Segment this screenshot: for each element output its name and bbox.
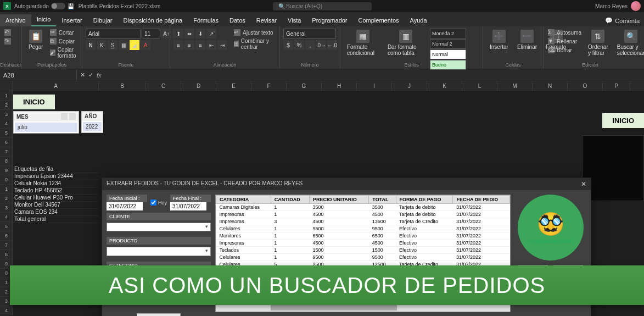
table-row[interactable]: Celulares195009500Efectivo31/07/2022 — [216, 254, 510, 261]
tab-revisar[interactable]: Revisar — [251, 14, 282, 26]
dec-decimal[interactable]: ←.0 — [327, 40, 337, 50]
file-name: Plantilla Pedidos Excel 2022.xlsm — [79, 3, 161, 9]
select-all-corner[interactable] — [0, 81, 13, 91]
close-icon[interactable]: ✕ — [581, 180, 586, 188]
confirm-fx-icon[interactable]: ✓ — [88, 71, 93, 79]
table-row[interactable]: Impresoras145004500Tarjeta de debito31/0… — [216, 211, 510, 218]
clear[interactable]: ⌫Borrar — [547, 46, 583, 54]
align-center[interactable]: ≡ — [184, 40, 194, 50]
fecha-final-input[interactable]: 31/07/2022 — [170, 202, 206, 210]
border-button[interactable]: ▦ — [119, 40, 128, 50]
conditional-format[interactable]: ▦Formato condicional — [344, 29, 382, 57]
table-row[interactable]: Impresoras3450013500Tarjeta de Credito31… — [216, 218, 510, 225]
orientation[interactable]: ↗ — [206, 29, 216, 38]
name-box[interactable]: A28 — [0, 69, 77, 81]
comma-button[interactable]: , — [305, 40, 315, 50]
paste-button[interactable]: 📋Pegar — [25, 29, 47, 51]
slicer-ano[interactable]: AÑO 2022 — [81, 111, 103, 133]
producto-combo[interactable] — [107, 247, 211, 256]
currency-button[interactable]: $ — [283, 40, 293, 50]
fill[interactable]: ▼Rellenar — [547, 37, 583, 45]
autosave-label: Autoguardado — [14, 3, 49, 9]
insert-cells[interactable]: ➕Insertar — [486, 29, 512, 51]
table-row[interactable]: Teclados115001500Efectivo31/07/2022 — [216, 247, 510, 254]
percent-button[interactable]: % — [294, 40, 304, 50]
undo-button[interactable]: ↶ — [3, 29, 12, 36]
formula-bar: A28 ✕ ✓ fx — [0, 69, 644, 81]
pivot-row: Celualr Nokia 1234 — [13, 180, 98, 187]
align-top[interactable]: ⬆ — [173, 29, 183, 38]
autosave-toggle[interactable] — [51, 3, 65, 9]
clear-filter-icon[interactable] — [69, 113, 76, 120]
table-row[interactable]: Celulares195009500Efectivo31/07/2022 — [216, 225, 510, 232]
tab-datos[interactable]: Datos — [224, 14, 251, 26]
search-input[interactable]: 🔍 Buscar (Alt+Q) — [273, 2, 372, 10]
ribbon: ↶ ↷ Deshacer 📋Pegar ✂Cortar ⧉Copiar 🖌Cop… — [0, 26, 644, 69]
pivot-row: Total general — [13, 216, 98, 223]
borrar-filtros-button[interactable]: Borrar Filtros — [137, 313, 181, 316]
align-right[interactable]: ≡ — [195, 40, 205, 50]
slicer-ano-item[interactable]: 2022 — [83, 122, 102, 131]
table-row[interactable]: Camaras Digitales135003500Tarjeta de deb… — [216, 204, 510, 211]
tab-programador[interactable]: Programador — [306, 14, 352, 26]
tab-insertar[interactable]: Insertar — [56, 14, 87, 26]
tab-complementos[interactable]: Complementos — [353, 14, 405, 26]
tab-formulas[interactable]: Fórmulas — [188, 14, 224, 26]
user-name: Marco Reyes — [595, 3, 628, 9]
indent-inc[interactable]: ⇥ — [217, 40, 227, 50]
pivot-row: Impresora Epson 23444 — [13, 173, 98, 180]
pivot-row: Camara EOS 234 — [13, 209, 98, 216]
fx-icon[interactable]: fx — [97, 72, 102, 79]
results-hscrollbar[interactable] — [215, 304, 511, 312]
tab-inicio[interactable]: Inicio — [31, 13, 57, 26]
bold-button[interactable]: N — [86, 40, 96, 50]
underline-button[interactable]: S — [108, 40, 117, 50]
font-name-combo[interactable]: Arial — [86, 29, 141, 38]
tab-file[interactable]: Archivo — [0, 14, 31, 26]
pivot-table: Etiquetas de filaImpresora Epson 23444Ce… — [13, 166, 98, 223]
format-as-table[interactable]: ▥Dar formato como tabla — [384, 29, 428, 57]
font-color[interactable]: A — [141, 40, 150, 50]
title-bar: X Autoguardado 💾 Plantilla Pedidos Excel… — [0, 0, 644, 12]
pivot-row: Etiquetas de fila — [13, 166, 98, 173]
format-painter[interactable]: 🖌Copiar formato — [49, 46, 79, 59]
avatar[interactable] — [631, 1, 641, 11]
align-bottom[interactable]: ⬇ — [195, 29, 205, 38]
slicer-mes-item[interactable]: julio — [15, 123, 77, 132]
tab-vista[interactable]: Vista — [282, 14, 306, 26]
cut-button[interactable]: ✂Cortar — [49, 29, 79, 36]
table-row[interactable]: Impresoras145004500Efectivo31/07/2022 — [216, 240, 510, 247]
autosum[interactable]: ΣAutosuma — [547, 29, 583, 36]
tab-disposicion[interactable]: Disposición de página — [118, 14, 188, 26]
find-select[interactable]: 🔍Buscar y seleccionar — [614, 29, 644, 57]
redo-button[interactable]: ↷ — [3, 37, 12, 45]
pivot-row: Teclado HP 456852 — [13, 187, 98, 195]
wrap-text[interactable]: ↵Ajustar texto — [233, 29, 276, 36]
comments-button[interactable]: 💬 Comenta — [601, 15, 644, 26]
sheet-inicio-label-right: INICIO — [602, 113, 644, 128]
merge-center[interactable]: ⊞Combinar y centrar — [233, 37, 276, 51]
italic-button[interactable]: K — [97, 40, 107, 50]
cliente-combo[interactable] — [107, 223, 211, 231]
tab-dibujar[interactable]: Dibujar — [88, 14, 118, 26]
table-row[interactable]: Monitores165006500Efectivo31/07/2022 — [216, 232, 510, 240]
hoy-checkbox[interactable]: Hoy — [150, 199, 167, 206]
tab-ayuda[interactable]: Ayuda — [405, 14, 433, 26]
indent-dec[interactable]: ⇤ — [206, 40, 216, 50]
dialog-title: EXTRAER PEDIDOS - TU GODIN DE EXCEL - CR… — [107, 180, 303, 188]
copy-button[interactable]: ⧉Copiar — [49, 37, 79, 45]
delete-cells[interactable]: ➖Eliminar — [514, 29, 540, 51]
cancel-fx-icon[interactable]: ✕ — [80, 71, 85, 79]
pivot-row: Monitor Dell 34567 — [13, 202, 98, 209]
font-size-combo[interactable]: 11 — [142, 29, 160, 38]
save-icon[interactable]: 💾 — [68, 3, 74, 9]
align-middle[interactable]: ⬌ — [184, 29, 194, 38]
fill-color[interactable]: ◢ — [130, 40, 139, 50]
fecha-inicial-input[interactable]: 31/07/2022 — [107, 202, 143, 210]
align-left[interactable]: ≡ — [173, 40, 183, 50]
sort-filter[interactable]: ⇅Ordenar y filtrar — [585, 29, 612, 57]
multiselect-icon[interactable] — [61, 113, 68, 120]
slicer-mes[interactable]: MES julio — [13, 111, 79, 134]
inc-decimal[interactable]: .0→ — [316, 40, 326, 50]
number-format-combo[interactable]: General — [283, 29, 336, 38]
